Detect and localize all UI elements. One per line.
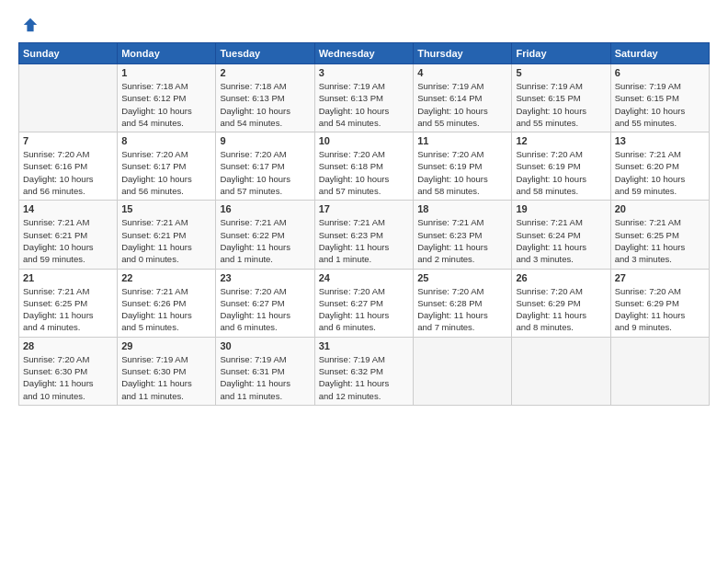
calendar-week-1: 1Sunrise: 7:18 AM Sunset: 6:12 PM Daylig… bbox=[19, 64, 710, 132]
calendar-cell: 22Sunrise: 7:21 AM Sunset: 6:26 PM Dayli… bbox=[118, 269, 216, 337]
calendar-cell: 15Sunrise: 7:21 AM Sunset: 6:21 PM Dayli… bbox=[118, 201, 216, 269]
day-info: Sunrise: 7:18 AM Sunset: 6:13 PM Dayligh… bbox=[220, 80, 310, 129]
day-number: 8 bbox=[121, 135, 211, 146]
day-info: Sunrise: 7:21 AM Sunset: 6:23 PM Dayligh… bbox=[417, 216, 507, 265]
calendar-cell: 18Sunrise: 7:21 AM Sunset: 6:23 PM Dayli… bbox=[414, 201, 512, 269]
day-info: Sunrise: 7:21 AM Sunset: 6:25 PM Dayligh… bbox=[23, 285, 113, 334]
calendar-cell: 27Sunrise: 7:20 AM Sunset: 6:29 PM Dayli… bbox=[610, 269, 709, 337]
day-number: 2 bbox=[220, 67, 310, 78]
day-number: 31 bbox=[319, 340, 409, 351]
calendar-cell: 25Sunrise: 7:20 AM Sunset: 6:28 PM Dayli… bbox=[414, 269, 512, 337]
calendar-cell: 17Sunrise: 7:21 AM Sunset: 6:23 PM Dayli… bbox=[314, 201, 413, 269]
day-info: Sunrise: 7:20 AM Sunset: 6:27 PM Dayligh… bbox=[220, 285, 310, 334]
page: SundayMondayTuesdayWednesdayThursdayFrid… bbox=[0, 0, 728, 563]
calendar-header: SundayMondayTuesdayWednesdayThursdayFrid… bbox=[19, 43, 710, 64]
calendar-cell: 9Sunrise: 7:20 AM Sunset: 6:17 PM Daylig… bbox=[216, 132, 314, 201]
calendar-cell: 29Sunrise: 7:19 AM Sunset: 6:30 PM Dayli… bbox=[118, 337, 216, 405]
day-info: Sunrise: 7:20 AM Sunset: 6:30 PM Dayligh… bbox=[23, 353, 113, 402]
calendar-cell: 30Sunrise: 7:19 AM Sunset: 6:31 PM Dayli… bbox=[216, 337, 314, 405]
calendar-cell bbox=[19, 64, 118, 132]
calendar-cell: 7Sunrise: 7:20 AM Sunset: 6:16 PM Daylig… bbox=[19, 132, 118, 201]
calendar-table: SundayMondayTuesdayWednesdayThursdayFrid… bbox=[18, 42, 710, 406]
header bbox=[18, 17, 710, 33]
day-number: 29 bbox=[121, 340, 211, 351]
day-info: Sunrise: 7:21 AM Sunset: 6:21 PM Dayligh… bbox=[23, 216, 113, 265]
calendar-cell: 31Sunrise: 7:19 AM Sunset: 6:32 PM Dayli… bbox=[314, 337, 413, 405]
day-number: 3 bbox=[319, 67, 409, 78]
calendar-cell: 2Sunrise: 7:18 AM Sunset: 6:13 PM Daylig… bbox=[216, 64, 314, 132]
day-number: 6 bbox=[615, 67, 705, 78]
day-number: 18 bbox=[417, 203, 507, 214]
day-number: 27 bbox=[615, 272, 705, 283]
day-info: Sunrise: 7:19 AM Sunset: 6:32 PM Dayligh… bbox=[319, 353, 409, 402]
calendar-cell bbox=[512, 337, 610, 405]
day-info: Sunrise: 7:20 AM Sunset: 6:18 PM Dayligh… bbox=[319, 148, 409, 197]
calendar-week-4: 21Sunrise: 7:21 AM Sunset: 6:25 PM Dayli… bbox=[19, 269, 710, 337]
weekday-header-thursday: Thursday bbox=[414, 43, 512, 64]
calendar-cell: 24Sunrise: 7:20 AM Sunset: 6:27 PM Dayli… bbox=[314, 269, 413, 337]
weekday-header-sunday: Sunday bbox=[19, 43, 118, 64]
day-number: 23 bbox=[220, 272, 310, 283]
calendar-cell: 10Sunrise: 7:20 AM Sunset: 6:18 PM Dayli… bbox=[314, 132, 413, 201]
weekday-header-tuesday: Tuesday bbox=[216, 43, 314, 64]
calendar-cell: 1Sunrise: 7:18 AM Sunset: 6:12 PM Daylig… bbox=[118, 64, 216, 132]
calendar-cell: 23Sunrise: 7:20 AM Sunset: 6:27 PM Dayli… bbox=[216, 269, 314, 337]
day-info: Sunrise: 7:18 AM Sunset: 6:12 PM Dayligh… bbox=[121, 80, 211, 129]
weekday-header-friday: Friday bbox=[512, 43, 610, 64]
calendar-cell: 5Sunrise: 7:19 AM Sunset: 6:15 PM Daylig… bbox=[512, 64, 610, 132]
day-info: Sunrise: 7:21 AM Sunset: 6:26 PM Dayligh… bbox=[121, 285, 211, 334]
day-number: 20 bbox=[615, 203, 705, 214]
day-number: 15 bbox=[121, 203, 211, 214]
calendar-cell: 21Sunrise: 7:21 AM Sunset: 6:25 PM Dayli… bbox=[19, 269, 118, 337]
calendar-body: 1Sunrise: 7:18 AM Sunset: 6:12 PM Daylig… bbox=[19, 64, 710, 406]
calendar-cell: 6Sunrise: 7:19 AM Sunset: 6:15 PM Daylig… bbox=[610, 64, 709, 132]
calendar-week-3: 14Sunrise: 7:21 AM Sunset: 6:21 PM Dayli… bbox=[19, 201, 710, 269]
weekday-header-wednesday: Wednesday bbox=[314, 43, 413, 64]
calendar-cell: 3Sunrise: 7:19 AM Sunset: 6:13 PM Daylig… bbox=[314, 64, 413, 132]
calendar-cell: 20Sunrise: 7:21 AM Sunset: 6:25 PM Dayli… bbox=[610, 201, 709, 269]
day-info: Sunrise: 7:20 AM Sunset: 6:28 PM Dayligh… bbox=[417, 285, 507, 334]
weekday-header-saturday: Saturday bbox=[610, 43, 709, 64]
calendar-cell: 14Sunrise: 7:21 AM Sunset: 6:21 PM Dayli… bbox=[19, 201, 118, 269]
day-number: 12 bbox=[516, 135, 606, 146]
day-number: 5 bbox=[516, 67, 606, 78]
day-number: 10 bbox=[319, 135, 409, 146]
day-info: Sunrise: 7:19 AM Sunset: 6:14 PM Dayligh… bbox=[417, 80, 507, 129]
day-number: 1 bbox=[121, 67, 211, 78]
day-number: 19 bbox=[516, 203, 606, 214]
day-info: Sunrise: 7:19 AM Sunset: 6:30 PM Dayligh… bbox=[121, 353, 211, 402]
day-number: 9 bbox=[220, 135, 310, 146]
calendar-cell: 12Sunrise: 7:20 AM Sunset: 6:19 PM Dayli… bbox=[512, 132, 610, 201]
day-number: 17 bbox=[319, 203, 409, 214]
calendar-cell: 13Sunrise: 7:21 AM Sunset: 6:20 PM Dayli… bbox=[610, 132, 709, 201]
calendar-cell: 26Sunrise: 7:20 AM Sunset: 6:29 PM Dayli… bbox=[512, 269, 610, 337]
day-info: Sunrise: 7:21 AM Sunset: 6:25 PM Dayligh… bbox=[615, 216, 705, 265]
day-info: Sunrise: 7:20 AM Sunset: 6:29 PM Dayligh… bbox=[615, 285, 705, 334]
calendar-cell: 11Sunrise: 7:20 AM Sunset: 6:19 PM Dayli… bbox=[414, 132, 512, 201]
day-number: 21 bbox=[23, 272, 113, 283]
day-info: Sunrise: 7:21 AM Sunset: 6:21 PM Dayligh… bbox=[121, 216, 211, 265]
calendar-cell: 4Sunrise: 7:19 AM Sunset: 6:14 PM Daylig… bbox=[414, 64, 512, 132]
day-info: Sunrise: 7:20 AM Sunset: 6:17 PM Dayligh… bbox=[121, 148, 211, 197]
day-number: 26 bbox=[516, 272, 606, 283]
day-number: 30 bbox=[220, 340, 310, 351]
calendar-cell: 19Sunrise: 7:21 AM Sunset: 6:24 PM Dayli… bbox=[512, 201, 610, 269]
day-info: Sunrise: 7:20 AM Sunset: 6:19 PM Dayligh… bbox=[417, 148, 507, 197]
calendar-cell: 28Sunrise: 7:20 AM Sunset: 6:30 PM Dayli… bbox=[19, 337, 118, 405]
day-number: 7 bbox=[23, 135, 113, 146]
day-number: 25 bbox=[417, 272, 507, 283]
day-number: 11 bbox=[417, 135, 507, 146]
day-info: Sunrise: 7:20 AM Sunset: 6:19 PM Dayligh… bbox=[516, 148, 606, 197]
svg-marker-0 bbox=[24, 18, 37, 31]
day-info: Sunrise: 7:19 AM Sunset: 6:15 PM Dayligh… bbox=[516, 80, 606, 129]
calendar-week-5: 28Sunrise: 7:20 AM Sunset: 6:30 PM Dayli… bbox=[19, 337, 710, 405]
day-info: Sunrise: 7:20 AM Sunset: 6:27 PM Dayligh… bbox=[319, 285, 409, 334]
day-number: 24 bbox=[319, 272, 409, 283]
day-number: 14 bbox=[23, 203, 113, 214]
day-info: Sunrise: 7:20 AM Sunset: 6:16 PM Dayligh… bbox=[23, 148, 113, 197]
calendar-week-2: 7Sunrise: 7:20 AM Sunset: 6:16 PM Daylig… bbox=[19, 132, 710, 201]
day-number: 16 bbox=[220, 203, 310, 214]
day-number: 4 bbox=[417, 67, 507, 78]
day-number: 28 bbox=[23, 340, 113, 351]
weekday-row: SundayMondayTuesdayWednesdayThursdayFrid… bbox=[19, 43, 710, 64]
